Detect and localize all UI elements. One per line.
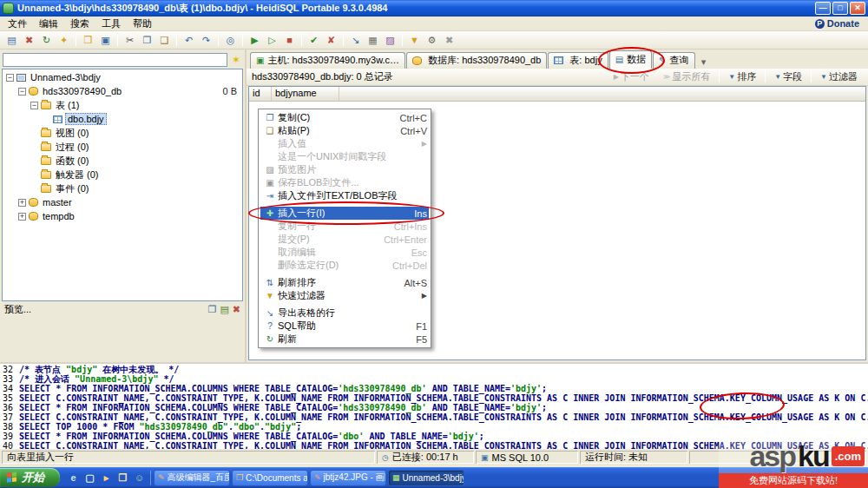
cut-icon[interactable]: ✂ — [122, 33, 138, 48]
column-header-id[interactable]: id — [249, 87, 272, 101]
tree-expander[interactable]: + — [18, 213, 26, 221]
settings-icon[interactable]: ⚙ — [424, 33, 440, 48]
export-icon[interactable]: ↘ — [347, 33, 364, 48]
cm-sql-help[interactable]: ?SQL帮助F1 — [260, 320, 429, 333]
task-heidisql[interactable]: ▦ Unnamed-3\bdjy\h... — [388, 470, 464, 486]
tree-functions-folder[interactable]: 函数 (0) — [3, 154, 242, 168]
task-explorer[interactable]: ❒ C:\Documents and ... — [232, 470, 308, 486]
tree-db-hds330978490[interactable]: −hds330978490_db0 B — [3, 84, 242, 98]
columns-button[interactable]: ▼ 字段 — [769, 70, 807, 83]
ql-folder-icon[interactable]: ❒ — [115, 471, 130, 485]
tab-database[interactable]: 数据库: hds330978490_db — [406, 52, 547, 69]
refresh-icon[interactable]: ↻ — [38, 33, 55, 48]
task-paint-icon: ✎ — [314, 473, 321, 482]
favorites-star-icon[interactable]: ✶ — [230, 54, 242, 66]
filter-button[interactable]: ▼ 过滤器 — [815, 70, 863, 83]
watermark: aspku .com 免费网站源码下载站! — [719, 439, 868, 488]
image-viewer-icon[interactable]: ▨ — [382, 33, 398, 48]
stop-icon[interactable]: ■ — [281, 33, 298, 48]
filter-icon[interactable]: ▼ — [406, 33, 423, 48]
tree-expander[interactable]: + — [18, 199, 26, 207]
tab-host[interactable]: ▣主机: hds330978490.my3w.c… — [250, 52, 405, 69]
task-paint[interactable]: ✎ jbtjz42.JPG - 画图 — [310, 470, 386, 486]
cm-insert-value[interactable]: 插入值▶ — [260, 137, 429, 150]
tree-db-master[interactable]: +master — [3, 195, 242, 209]
cm-copy[interactable]: ❐复制(C)Ctrl+C — [260, 111, 429, 124]
cm-delete-rows[interactable]: 删除选定行(D)Ctrl+Del — [260, 259, 429, 272]
cm-post[interactable]: 提交(P)Ctrl+Enter — [260, 233, 429, 246]
cm-insert-file[interactable]: ⇥插入文件到TEXT/BLOB字段 — [260, 189, 429, 202]
tab-table[interactable]: 表: bdjy — [548, 52, 608, 69]
tree-procedures-folder[interactable]: 过程 (0) — [3, 140, 242, 154]
tree-views-folder[interactable]: 视图 (0) — [3, 126, 242, 140]
delete-icon[interactable]: ✖ — [441, 33, 457, 48]
menu-search[interactable]: 搜索 — [64, 17, 95, 30]
tab-data-icon: ▤ — [615, 55, 623, 64]
run-current-icon[interactable]: ▷ — [264, 33, 280, 48]
donate-button[interactable]: P Donate — [815, 18, 866, 29]
tree-expander[interactable]: − — [6, 74, 14, 82]
preferences-icon[interactable]: ✦ — [56, 33, 72, 48]
tree-session-root[interactable]: −Unnamed-3\bdjy — [3, 70, 242, 84]
menu-help[interactable]: 帮助 — [127, 17, 158, 30]
cm-cancel-editing[interactable]: 取消编辑Esc — [260, 246, 429, 259]
redo-icon[interactable]: ↷ — [198, 33, 214, 48]
tab-query[interactable]: ✎查询 — [653, 52, 694, 69]
sorting-button[interactable]: ▼ 排序 — [723, 70, 761, 83]
copy-icon[interactable]: ❐ — [139, 33, 155, 48]
cm-refresh-sort[interactable]: ⇅刷新排序Alt+S — [260, 276, 429, 289]
tree-table-dbo-bdjy[interactable]: dbo.bdjy — [3, 112, 242, 126]
close-button[interactable]: ✕ — [850, 2, 865, 15]
ql-internet-explorer-icon[interactable]: e — [66, 471, 81, 485]
ql-messenger-icon[interactable]: ☺ — [132, 471, 147, 485]
next-rows-button[interactable]: ▶ 下一个 — [608, 70, 654, 83]
tree-item-label: 事件 (0) — [54, 182, 91, 195]
titlebar[interactable]: Unnamed-3\bdjy\hds330978490_db\表 (1)\dbo… — [0, 0, 868, 16]
undo-icon[interactable]: ↶ — [181, 33, 197, 48]
cm-export-rows[interactable]: ↘导出表格的行 — [260, 307, 429, 320]
cm-duplicate-row[interactable]: 复制一行Ctrl+Ins — [260, 220, 429, 233]
status-hint: 向表里插入一行 — [2, 451, 375, 464]
cm-view-image[interactable]: ▨预览图片 — [260, 163, 429, 176]
run-icon[interactable]: ▶ — [247, 33, 263, 48]
search-icon[interactable]: ◎ — [222, 33, 239, 48]
cm-unix-timestamp[interactable]: 这是一个UNIX时间戳字段 — [260, 150, 429, 163]
tree-expander[interactable]: − — [18, 88, 26, 96]
close-preview-icon[interactable]: ✖ — [233, 304, 240, 315]
ql-media-player-icon[interactable]: ▸ — [99, 471, 114, 485]
rollback-icon[interactable]: ✘ — [323, 33, 339, 48]
task-editor[interactable]: ✎ 高级编辑器_百度 — [154, 470, 230, 486]
start-button[interactable]: 开始 — [0, 468, 60, 487]
cm-insert-row[interactable]: ✚插入一行(I)Ins — [260, 207, 429, 220]
cm-save-blob[interactable]: ▣保存BLOB到文件... — [260, 176, 429, 189]
cm-refresh[interactable]: ↻刷新F5 — [260, 333, 429, 346]
tree-filter-input[interactable] — [3, 53, 227, 67]
copy-preview-icon[interactable]: ❐ — [208, 304, 217, 315]
column-header-bdjyname[interactable]: bdjyname — [272, 87, 339, 101]
menu-edit[interactable]: 编辑 — [33, 17, 64, 30]
tab-data[interactable]: ▤数据 — [609, 50, 652, 69]
menu-file[interactable]: 文件 — [2, 17, 33, 30]
paste-icon[interactable]: ❑ — [156, 33, 173, 48]
save-icon[interactable]: ▣ — [97, 33, 114, 48]
show-all-button[interactable]: ≫ 显示所有 — [658, 70, 715, 83]
open-file-icon[interactable]: ❒ — [80, 33, 96, 48]
tree-expander[interactable]: − — [30, 102, 38, 109]
show-all-button-icon: ≫ — [663, 73, 670, 81]
cm-paste[interactable]: ❑粘贴(P)Ctrl+V — [260, 124, 429, 137]
export-preview-icon[interactable]: ▤ — [220, 304, 228, 315]
session-manager-icon[interactable]: ▤ — [3, 33, 20, 48]
tree-tables-folder[interactable]: −表 (1) — [3, 98, 242, 112]
disconnect-icon[interactable]: ✖ — [21, 33, 37, 48]
tree-triggers-folder[interactable]: 触发器 (0) — [3, 168, 242, 181]
tree-events-folder[interactable]: 事件 (0) — [3, 181, 242, 195]
maximize-button[interactable]: □ — [832, 2, 848, 15]
tree-db-tempdb[interactable]: +tempdb — [3, 209, 242, 223]
grid-view-icon[interactable]: ▦ — [365, 33, 381, 48]
ql-show-desktop-icon[interactable]: ▢ — [82, 471, 97, 485]
menu-tools[interactable]: 工具 — [95, 17, 127, 30]
cm-quick-filter[interactable]: ▼快速过滤器▶ — [260, 289, 429, 302]
minimize-button[interactable]: — — [815, 2, 831, 15]
new-query-tab-button[interactable]: ▾ — [696, 55, 712, 69]
commit-icon[interactable]: ✔ — [306, 33, 322, 48]
